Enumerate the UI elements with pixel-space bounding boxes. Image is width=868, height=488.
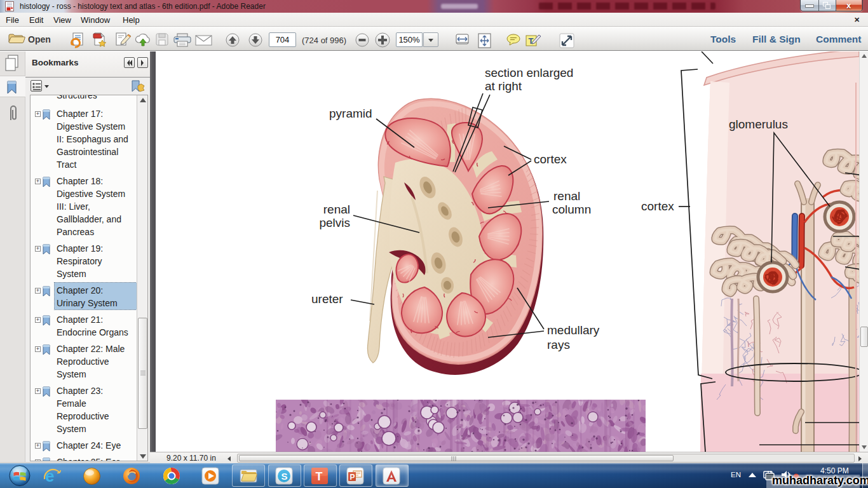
svg-text:T: T [529, 36, 534, 46]
svg-text:rays: rays [547, 338, 570, 351]
svg-text:pelvis: pelvis [319, 216, 350, 229]
svg-text:pyramid: pyramid [329, 107, 372, 120]
svg-text:cortex: cortex [534, 152, 567, 166]
svg-text:at right: at right [485, 79, 522, 93]
svg-text:medullary: medullary [547, 323, 600, 337]
svg-text:section enlarged: section enlarged [485, 66, 573, 79]
svg-text:glomerulus: glomerulus [729, 118, 788, 131]
svg-text:column: column [552, 203, 591, 216]
svg-text:renal: renal [323, 203, 350, 216]
svg-text:cortex: cortex [641, 200, 674, 213]
svg-text:ureter: ureter [311, 292, 343, 306]
svg-text:Open: Open [28, 34, 51, 44]
svg-text:renal: renal [553, 189, 580, 203]
